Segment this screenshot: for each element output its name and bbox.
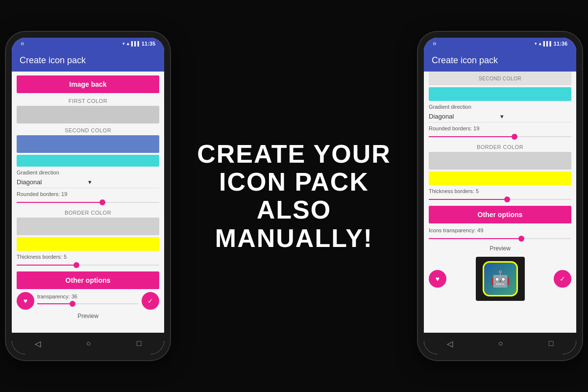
transparency-row: ♥ transparency: 36 ✓ [17, 292, 159, 310]
app-title-left: Create icon pack [20, 55, 156, 66]
fab-check-button[interactable]: ✓ [142, 292, 159, 310]
dropdown-arrow-icon: ▾ [88, 178, 160, 186]
gradient-label-right: Gradient direction [424, 102, 576, 110]
preview-icon-inner: 🤖 [483, 261, 518, 296]
heart-icon: ♥ [24, 297, 27, 305]
screen-content-left: Image back FIRST COLOR SECOND COLOR Grad… [12, 72, 164, 333]
promo-line3: ALSO [191, 196, 397, 224]
preview-label-right: Preview [424, 243, 576, 253]
nav-bar-left: ◁ ○ □ [12, 333, 164, 354]
phone-left: ⊖ ▾ ▲ ▌▌▌ 11:35 Create icon pack Image b… [6, 32, 170, 360]
nav-square-icon-right[interactable]: □ [549, 339, 554, 348]
gradient-label: Gradient direction [12, 168, 164, 175]
promo-line4: MANUALLY! [191, 224, 397, 252]
border-color-swatch-2[interactable] [17, 237, 159, 251]
heart-icon-right: ♥ [436, 275, 440, 283]
thickness-slider[interactable] [17, 262, 159, 269]
gradient-value: Diagonal [17, 178, 88, 186]
transparency-slider-right[interactable] [429, 235, 571, 242]
other-options-button-right[interactable]: Other options [429, 206, 571, 223]
thickness-label: Thickness borders: 5 [12, 252, 164, 261]
border-color-swatch[interactable] [17, 218, 159, 235]
border-color-label-right: BORDER COLOR [424, 141, 576, 151]
thickness-slider-right[interactable] [429, 196, 571, 203]
promo-text: CREATE YOUR ICON PACK ALSO MANUALLY! [191, 140, 397, 252]
first-color-label: FIRST COLOR [12, 95, 164, 105]
second-color-label: SECOND COLOR [12, 124, 164, 134]
promo-line1: CREATE YOUR [191, 140, 397, 168]
second-color-swatch-2[interactable] [17, 155, 159, 167]
phone-right: ⊖ ▾ ▲ ▌▌▌ 11:36 Create icon pack [418, 32, 582, 360]
transparency-slider[interactable] [37, 300, 139, 307]
check-icon-right: ✓ [560, 275, 565, 283]
image-back-button[interactable]: Image back [17, 75, 159, 93]
scrolled-second-color-label: SECOND COLOR [429, 72, 571, 85]
dropdown-arrow-icon-right: ▾ [500, 113, 572, 120]
fab-heart-button-right[interactable]: ♥ [429, 270, 446, 288]
nav-home-icon-right[interactable]: ○ [498, 339, 503, 348]
android-icon: 🤖 [490, 270, 510, 288]
app-title-right: Create icon pack [432, 55, 568, 66]
nav-back-icon-left[interactable]: ◁ [35, 339, 41, 348]
app-bar-right: Create icon pack [424, 49, 576, 72]
transparency-label: transparency: 36 [37, 294, 139, 299]
gradient-value-right: Diagonal [429, 113, 500, 120]
status-bar-left: ⊖ ▾ ▲ ▌▌▌ 11:35 [12, 38, 164, 49]
status-time-left: 11:35 [142, 41, 155, 47]
transparency-label-right: Icons transparency: 49 [424, 225, 576, 234]
fab-heart-button[interactable]: ♥ [17, 292, 34, 310]
border-yellow-swatch-right[interactable] [429, 172, 571, 185]
rounded-label: Rounded borders: 19 [12, 189, 164, 198]
nav-bar-right: ◁ ○ □ [424, 333, 576, 354]
status-bar-right: ⊖ ▾ ▲ ▌▌▌ 11:36 [424, 38, 576, 49]
app-bar-left: Create icon pack [12, 49, 164, 72]
nav-square-icon-left[interactable]: □ [137, 339, 142, 348]
gradient-dropdown-right[interactable]: Diagonal ▾ [429, 111, 571, 122]
second-color-swatch[interactable] [17, 135, 159, 153]
phone-screen-left: ⊖ ▾ ▲ ▌▌▌ 11:35 Create icon pack Image b… [12, 38, 164, 354]
rounded-slider-right[interactable] [429, 133, 571, 140]
thickness-label-right: Thickness borders: 5 [424, 186, 576, 195]
other-options-button[interactable]: Other options [17, 271, 159, 289]
nav-back-icon-right[interactable]: ◁ [447, 339, 453, 348]
preview-label-left: Preview [12, 311, 164, 320]
nav-home-icon-left[interactable]: ○ [86, 339, 91, 348]
rounded-slider[interactable] [17, 199, 159, 206]
promo-line2: ICON PACK [191, 168, 397, 196]
rounded-label-right: Rounded borders: 19 [424, 123, 576, 132]
border-color-label: BORDER COLOR [12, 207, 164, 217]
first-color-swatch[interactable] [17, 106, 159, 123]
preview-box: 🤖 [476, 257, 525, 301]
second-color-label-right: SECOND COLOR [479, 76, 521, 81]
gradient-dropdown[interactable]: Diagonal ▾ [17, 176, 159, 188]
phone-body-right: ⊖ ▾ ▲ ▌▌▌ 11:36 Create icon pack [418, 32, 582, 360]
screen-content-right: SECOND COLOR Gradient direction Diagonal… [424, 72, 576, 333]
phone-screen-right: ⊖ ▾ ▲ ▌▌▌ 11:36 Create icon pack [424, 38, 576, 354]
status-time-right: 11:36 [554, 41, 567, 47]
fab-check-button-right[interactable]: ✓ [554, 270, 571, 288]
border-color-swatch-right[interactable] [429, 152, 571, 170]
second-color-swatch-right[interactable] [429, 87, 571, 101]
check-icon: ✓ [147, 297, 153, 305]
phone-body-left: ⊖ ▾ ▲ ▌▌▌ 11:35 Create icon pack Image b… [6, 32, 170, 360]
